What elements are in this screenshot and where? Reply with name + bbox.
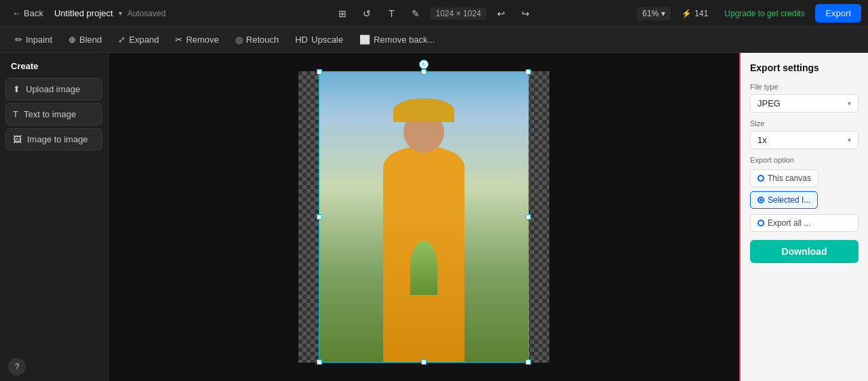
text-to-image-label: Text to image [24, 109, 76, 119]
retouch-icon: ◎ [235, 35, 243, 45]
export-panel: Export settings File type JPEG ▾ Size 1x… [739, 53, 868, 381]
person-image [319, 71, 529, 363]
export-option-label: Export option [750, 156, 859, 164]
undo-button[interactable]: ↩ [491, 4, 511, 23]
export-all-button[interactable]: Export all ... [750, 214, 859, 232]
upscale-tool[interactable]: HD Upscale [288, 32, 350, 47]
bouquet [410, 241, 437, 295]
autosaved-status: Autosaved [127, 9, 166, 18]
frame-tool-button[interactable]: ⊞ [332, 4, 353, 23]
image-to-image-button[interactable]: 🖼 Image to image [5, 128, 102, 151]
size-dropdown-icon: ▾ [848, 136, 851, 144]
image-to-image-label: Image to image [27, 134, 88, 144]
export-all-label: Export all ... [768, 218, 810, 228]
this-canvas-button[interactable]: This canvas [750, 169, 818, 187]
replay-tool-button[interactable]: ↺ [357, 4, 377, 23]
image-to-image-icon: 🖼 [13, 134, 22, 144]
topbar-center-tools: ⊞ ↺ T ✎ 1024 × 1024 ↩ ↪ [332, 4, 535, 23]
upload-icon: ⬆ [13, 84, 20, 94]
size-select[interactable]: 1x ▾ [750, 131, 859, 149]
help-icon: ? [15, 362, 20, 372]
inpaint-tool[interactable]: ✏ Inpaint [8, 32, 59, 47]
pen-tool-button[interactable]: ✎ [406, 4, 426, 23]
main-layout: Create ⬆ Upload image T Text to image 🖼 … [0, 53, 868, 381]
export-all-radio [757, 220, 764, 226]
size-label: Size [750, 119, 859, 127]
file-type-select[interactable]: JPEG ▾ [750, 94, 859, 113]
selected-image-radio [757, 197, 764, 203]
help-button[interactable]: ? [8, 358, 26, 376]
topbar-left: ← Back Untitled project ▾ Autosaved [7, 5, 165, 21]
this-canvas-label: This canvas [768, 174, 811, 183]
file-type-dropdown-icon: ▾ [848, 100, 851, 107]
export-option-buttons: This canvas Selected I... [750, 169, 859, 209]
zoom-dropdown-icon: ▾ [661, 9, 665, 18]
credits-count: 141 [694, 9, 708, 18]
person-hat [393, 98, 454, 122]
canvas-area[interactable]: ↻ [108, 53, 739, 381]
remove-icon: ✂ [175, 35, 182, 45]
inpaint-icon: ✏ [15, 35, 22, 45]
blend-tool[interactable]: ⊕ Blend [62, 32, 108, 47]
project-name[interactable]: Untitled project [54, 8, 113, 18]
rotate-handle[interactable]: ↻ [419, 60, 429, 69]
retouch-label: Retouch [246, 35, 279, 45]
remove-label: Remove [186, 35, 218, 45]
download-button[interactable]: Download [750, 240, 859, 263]
expand-icon: ⤢ [118, 35, 125, 45]
redo-button[interactable]: ↪ [515, 4, 536, 23]
file-type-value: JPEG [757, 98, 781, 108]
edit-toolbar: ✏ Inpaint ⊕ Blend ⤢ Expand ✂ Remove ◎ Re… [0, 27, 868, 53]
text-to-image-button[interactable]: T Text to image [5, 103, 102, 125]
upscale-label: Upscale [311, 35, 343, 45]
upload-image-button[interactable]: ⬆ Upload image [5, 78, 102, 100]
remove-background-tool[interactable]: ⬜ Remove back... [353, 32, 441, 47]
expand-label: Expand [129, 35, 159, 45]
file-type-label: File type [750, 83, 859, 91]
dimensions-text: 1024 × 1024 [435, 9, 481, 18]
canvas-dimensions: 1024 × 1024 [430, 7, 486, 20]
this-canvas-radio [757, 175, 764, 182]
remove-tool[interactable]: ✂ Remove [168, 32, 225, 47]
bottom-help-area: ? [8, 358, 26, 376]
blend-label: Blend [79, 35, 102, 45]
project-dropdown-icon[interactable]: ▾ [119, 9, 122, 17]
text-to-image-icon: T [13, 109, 18, 119]
image-container [298, 71, 549, 363]
topbar: ← Back Untitled project ▾ Autosaved ⊞ ↺ … [0, 0, 868, 27]
upgrade-button[interactable]: Upgrade to get credits [719, 7, 810, 20]
expand-tool[interactable]: ⤢ Expand [111, 32, 165, 47]
remove-bg-icon: ⬜ [359, 35, 370, 45]
zoom-value: 61% [642, 9, 658, 18]
back-label: Back [24, 8, 43, 18]
back-button[interactable]: ← Back [7, 5, 49, 21]
canvas-background: ↻ [298, 71, 549, 363]
zoom-control[interactable]: 61% ▾ [637, 7, 671, 20]
blend-icon: ⊕ [68, 35, 76, 45]
retouch-tool[interactable]: ◎ Retouch [229, 32, 285, 47]
remove-bg-label: Remove back... [374, 35, 435, 45]
inpaint-label: Inpaint [26, 35, 52, 45]
export-panel-title: Export settings [750, 62, 859, 73]
left-sidebar: Create ⬆ Upload image T Text to image 🖼 … [0, 53, 108, 381]
export-button[interactable]: Export [815, 4, 861, 22]
back-icon: ← [12, 8, 21, 18]
topbar-right: 61% ▾ ⚡ 141 Upgrade to get credits Expor… [637, 4, 861, 22]
upscale-icon: HD [295, 35, 308, 45]
selected-image-button[interactable]: Selected I... [750, 191, 818, 209]
credits-display[interactable]: ⚡ 141 [676, 7, 713, 20]
upload-label: Upload image [26, 84, 80, 94]
text-tool-button[interactable]: T [381, 4, 401, 23]
size-value: 1x [757, 135, 767, 145]
credits-icon: ⚡ [682, 9, 692, 18]
selected-label: Selected I... [768, 195, 810, 205]
sidebar-title: Create [5, 61, 102, 78]
